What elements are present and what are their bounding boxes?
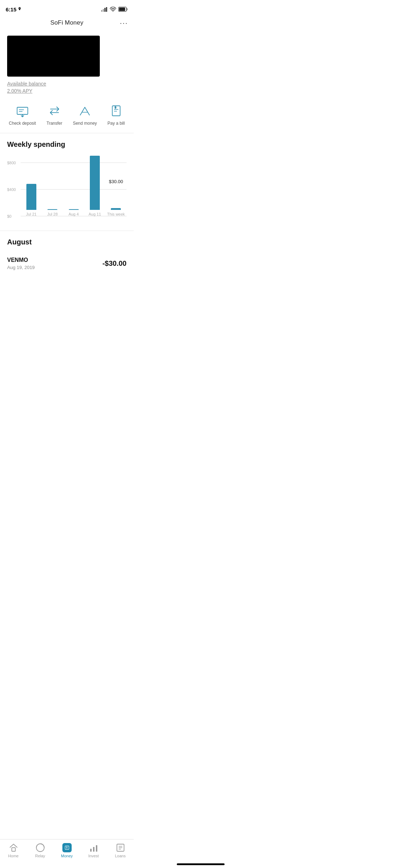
available-balance-label[interactable]: Available balance bbox=[7, 81, 127, 87]
bar-this-week: $30.00 This week bbox=[106, 156, 127, 216]
transfer-button[interactable]: Transfer bbox=[47, 104, 62, 126]
transaction-item[interactable]: VENMO Aug 19, 2019 -$30.00 bbox=[7, 253, 127, 274]
transfer-icon bbox=[47, 104, 62, 118]
transaction-name: VENMO bbox=[7, 257, 35, 263]
pay-bill-icon: $ bbox=[108, 104, 124, 118]
svg-rect-2 bbox=[104, 8, 106, 12]
svg-rect-6 bbox=[119, 7, 125, 11]
pay-bill-label: Pay a bill bbox=[107, 121, 125, 126]
weekly-spending-title: Weekly spending bbox=[7, 140, 127, 149]
svg-rect-1 bbox=[103, 9, 104, 12]
header: SoFi Money ··· bbox=[0, 16, 134, 30]
month-label: August bbox=[7, 238, 127, 246]
more-button[interactable]: ··· bbox=[120, 19, 128, 27]
transaction-amount: -$30.00 bbox=[102, 259, 127, 268]
check-deposit-label: Check deposit bbox=[9, 121, 36, 126]
bar-jul28: Jul 28 bbox=[42, 156, 63, 216]
status-bar: 6:15 bbox=[0, 0, 134, 16]
svg-rect-0 bbox=[101, 10, 102, 12]
battery-icon bbox=[118, 7, 128, 12]
send-money-label: Send money bbox=[73, 121, 97, 126]
apy-label: 2.00% APY bbox=[7, 88, 127, 94]
transaction-date: Aug 19, 2019 bbox=[7, 265, 35, 270]
bar-aug4: Aug 4 bbox=[63, 156, 84, 216]
signal-icon bbox=[101, 7, 108, 12]
account-section: Available balance 2.00% APY bbox=[0, 30, 134, 97]
status-time: 6:15 bbox=[6, 6, 21, 12]
wifi-icon bbox=[110, 7, 116, 12]
svg-rect-14 bbox=[112, 106, 120, 116]
svg-text:$: $ bbox=[115, 106, 116, 109]
transactions-section: August VENMO Aug 19, 2019 -$30.00 bbox=[0, 231, 134, 281]
check-deposit-button[interactable]: Check deposit bbox=[9, 104, 36, 126]
bar-jul21: Jul 21 bbox=[21, 156, 42, 216]
check-deposit-icon bbox=[15, 104, 30, 118]
status-icons bbox=[101, 7, 128, 12]
header-title: SoFi Money bbox=[50, 19, 83, 26]
account-card bbox=[7, 36, 100, 77]
pay-bill-button[interactable]: $ Pay a bill bbox=[107, 104, 125, 126]
svg-rect-3 bbox=[106, 7, 107, 12]
svg-point-4 bbox=[113, 11, 113, 12]
transfer-label: Transfer bbox=[47, 121, 62, 126]
send-money-icon bbox=[77, 104, 93, 118]
spending-chart: $800 $400 $0 Jul 21 Jul 28 bbox=[7, 156, 127, 227]
actions-row: Check deposit Transfer Send money bbox=[0, 97, 134, 133]
svg-rect-7 bbox=[17, 107, 28, 114]
bar-aug11: Aug 11 bbox=[84, 156, 105, 216]
weekly-spending-section: Weekly spending $800 $400 $0 Jul 21 bbox=[0, 133, 134, 231]
send-money-button[interactable]: Send money bbox=[73, 104, 97, 126]
location-icon bbox=[18, 7, 21, 11]
